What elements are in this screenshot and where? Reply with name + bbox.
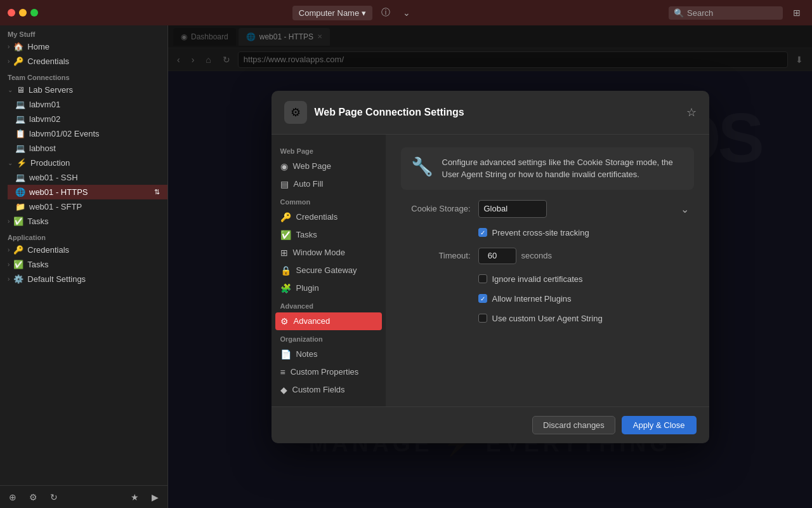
sidebar-item-labvm-events[interactable]: 📋 labvm01/02 Events [8,126,167,141]
advanced-section: Advanced [272,297,386,312]
nav-item-secure-gateway[interactable]: 🔒 Secure Gateway [272,262,386,279]
sidebar-item-label: Credentials [27,245,69,255]
sidebar-item-label: Tasks [27,217,48,226]
nav-item-label: Custom Properties [291,367,359,377]
info-text: Configure advanced settings like the Coo… [442,156,684,181]
nav-item-credentials[interactable]: 🔑 Credentials [272,208,386,226]
allow-plugins-row: Allow Internet Plugins [401,294,694,304]
nav-item-tasks[interactable]: ✅ Tasks [272,226,386,244]
nav-item-window-mode[interactable]: ⊞ Window Mode [272,244,386,262]
nav-item-custom-properties[interactable]: ≡ Custom Properties [272,363,386,381]
allow-plugins-checkbox[interactable] [478,294,487,303]
star-button[interactable]: ★ [127,491,143,504]
ignore-invalid-label: Ignore invalid certificates [492,274,583,284]
favorite-star-icon[interactable]: ☆ [686,105,697,119]
nav-item-label: Plugin [296,283,319,293]
nav-item-notes[interactable]: 📄 Notes [272,345,386,363]
custom-props-icon: ≡ [280,367,285,377]
add-button[interactable]: ⊕ [5,491,20,504]
nav-item-plugin[interactable]: 🧩 Plugin [272,279,386,297]
title-bar: Computer Name ▾ ⓘ ⌄ 🔍 Search ⊞ [0,0,812,25]
expand-icon: › [8,43,10,50]
modal-content-area: 🔧 Configure advanced settings like the C… [386,135,709,406]
nav-item-label: Credentials [296,212,338,222]
content-area: My Stuff › 🏠 Home › 🔑 Credentials Team C… [0,25,812,508]
sidebar-item-labvm01[interactable]: 💻 labvm01 [8,97,167,112]
settings-button[interactable]: ⊞ [789,6,804,19]
window-mode-icon: ⊞ [280,248,288,258]
prod-icon: ⚡ [16,158,27,168]
wrench-icon: 🔧 [411,156,433,177]
vm-icon: 💻 [15,100,25,109]
nav-item-label: Web Page [293,161,331,171]
search-placeholder: Search [687,8,713,18]
sidebar-item-tasks[interactable]: › ✅ Tasks [0,214,167,229]
info-box: 🔧 Configure advanced settings like the C… [401,147,694,190]
settings-modal: ⚙ Web Page Connection Settings ☆ Web Pag… [272,91,709,443]
info-button[interactable]: ⓘ [377,6,394,20]
cred-icon: 🔑 [13,245,23,255]
modal-icon: ⚙ [284,101,307,124]
sidebar-item-lab-servers[interactable]: ⌄ 🖥 Lab Servers [0,83,167,97]
settings-btn[interactable]: ⚙ [25,491,41,504]
nav-item-label: Tasks [296,230,317,239]
nav-item-label: Secure Gateway [296,265,357,275]
expand-button[interactable]: ⌄ [399,6,414,19]
plugin-icon: 🧩 [280,283,291,293]
secure-gateway-icon: 🔒 [280,265,291,276]
apply-close-button[interactable]: Apply & Close [622,416,697,434]
nav-item-custom-fields[interactable]: ◆ Custom Fields [272,381,386,399]
nav-item-label: Advanced [294,316,331,326]
nav-item-advanced[interactable]: ⚙ Advanced [275,312,382,330]
sidebar-item-labhost[interactable]: 💻 labhost [8,141,167,156]
seconds-label: seconds [521,251,552,260]
nav-item-label: Notes [296,349,318,359]
sidebar-item-credentials[interactable]: › 🔑 Credentials [0,54,167,69]
nav-item-web-page[interactable]: ◉ Web Page [272,157,386,175]
modal-overlay: ⚙ Web Page Connection Settings ☆ Web Pag… [168,25,812,508]
sidebar-item-label: labhost [29,144,56,153]
sidebar-item-web01-https[interactable]: 🌐 web01 - HTTPS ⇅ [8,185,167,199]
sidebar-item-app-defaults[interactable]: › ⚙️ Default Settings [0,272,167,286]
nav-item-label: Custom Fields [292,385,345,394]
allow-plugins-label: Allow Internet Plugins [492,294,572,304]
cookie-storage-select[interactable]: Global Per Tab Per Connection [478,200,547,218]
custom-ua-checkbox[interactable] [478,314,487,323]
sidebar-item-label: web01 - SFTP [29,202,82,211]
modal-body: Web Page ◉ Web Page ▤ Auto Fill Common [272,135,709,406]
sidebar-item-label: Production [30,158,70,168]
ignore-invalid-row: Ignore invalid certificates [401,274,694,284]
home-icon: 🏠 [13,42,23,51]
search-bar[interactable]: 🔍 Search [669,6,783,20]
sidebar-item-app-tasks[interactable]: › ✅ Tasks [0,257,167,272]
sidebar-item-production[interactable]: ⌄ ⚡ Production [0,156,167,170]
sidebar-item-web01-sftp[interactable]: 📁 web01 - SFTP [8,199,167,214]
prevent-tracking-checkbox[interactable] [478,228,487,237]
advanced-icon: ⚙ [280,316,289,326]
tasks-icon: ✅ [13,217,23,226]
sidebar-item-web01-ssh[interactable]: 💻 web01 - SSH [8,170,167,185]
prevent-tracking-row: Prevent cross-site tracking [401,228,694,237]
timeout-input[interactable] [478,248,516,264]
nav-item-auto-fill[interactable]: ▤ Auto Fill [272,175,386,193]
https-icon: 🌐 [15,187,25,197]
ignore-invalid-checkbox[interactable] [478,274,487,283]
play-button[interactable]: ▶ [148,491,162,504]
organization-section: Organization [272,330,386,345]
prevent-tracking-label: Prevent cross-site tracking [492,228,589,237]
maximize-button[interactable] [30,9,38,17]
minimize-button[interactable] [19,9,27,17]
server-icon: 🖥 [16,85,25,95]
discard-changes-button[interactable]: Discard changes [532,416,615,434]
traffic-lights [8,9,38,17]
task-icon: ✅ [13,260,23,269]
close-button[interactable] [8,9,15,17]
sidebar-item-home[interactable]: › 🏠 Home [0,39,167,54]
sidebar-item-labvm02[interactable]: 💻 labvm02 [8,112,167,126]
gear-icon: ⚙ [291,105,301,119]
sidebar-item-label: labvm01 [29,100,60,109]
computer-name-button[interactable]: Computer Name ▾ [292,6,372,20]
sidebar-item-label: Home [27,42,49,51]
sidebar-item-app-credentials[interactable]: › 🔑 Credentials [0,243,167,257]
sync-button[interactable]: ↻ [46,491,62,504]
